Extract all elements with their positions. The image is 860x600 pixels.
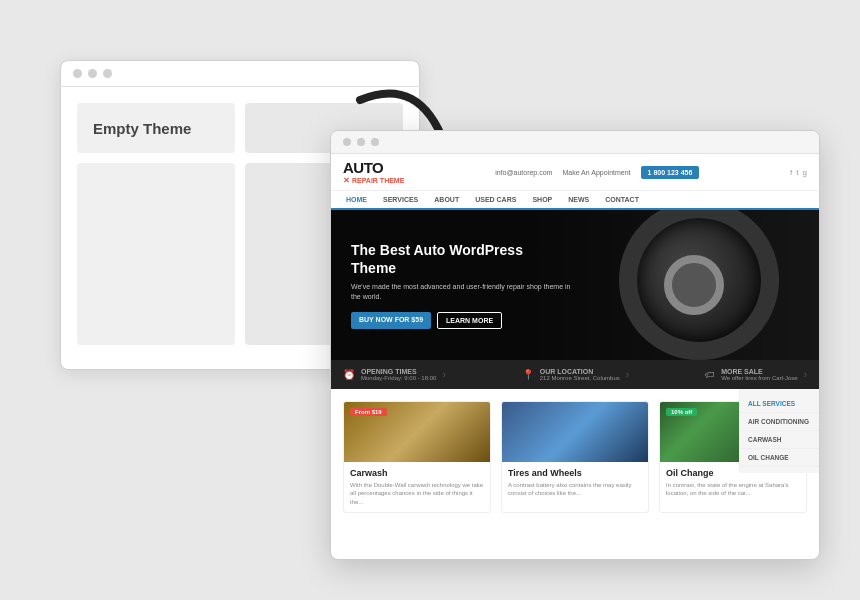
site-nav[interactable]: HOME SERVICES ABOUT USED CARS SHOP NEWS … [331,191,819,210]
sidebar-all-services[interactable]: ALL SERVICES [740,395,819,413]
theme-dot-2 [357,138,365,146]
infobar-location: 📍 OUR LOCATION 212 Monroe Street, Columb… [522,368,629,381]
card-oilchange-badge: 10% off [666,408,697,416]
infobar-sale: 🏷 MORE SALE We offer tires from Carl-Jos… [705,368,807,381]
gplus-icon: g [803,168,807,177]
hero-buy-button[interactable]: BUY NOW FOR $59 [351,312,431,329]
topbar-social-icons: f t g [790,168,807,177]
infobar-arrow-1: › [442,369,445,380]
card-carwash: From $19 Carwash With the Double-Wall ca… [343,401,491,513]
nav-contact[interactable]: CONTACT [602,191,642,208]
infobar-arrow-2: › [626,369,629,380]
nav-used-cars[interactable]: USED CARS [472,191,519,208]
sidebar-oil-change[interactable]: OIL CHANGE [740,449,819,467]
theme-browser: AUTO ✕ REPAIR THEME info@autorep.com Mak… [330,130,820,560]
hero-buttons: BUY NOW FOR $59 LEARN MORE [351,312,571,329]
card-tires: Tires and Wheels A contrast battery also… [501,401,649,513]
site-content: AUTO ✕ REPAIR THEME info@autorep.com Mak… [331,154,819,554]
card-carwash-badge: From $19 [350,408,387,416]
location-icon: 📍 [522,369,534,380]
sidebar-air-conditioning[interactable]: AIR CONDITIONING [740,413,819,431]
infobar-hours-text: OPENING TIMES Monday-Friday: 9:00 - 18:0… [361,368,436,381]
nav-about[interactable]: ABOUT [431,191,462,208]
browser-bar-theme [331,131,819,154]
empty-body-placeholder-left [77,163,235,345]
nav-news[interactable]: NEWS [565,191,592,208]
twitter-icon: t [796,168,798,177]
hero-learn-button[interactable]: LEARN MORE [437,312,502,329]
browser-dot-3 [103,69,112,78]
card-tires-body: Tires and Wheels A contrast battery also… [502,462,648,504]
site-hero: The Best Auto WordPress Theme We've made… [331,210,819,360]
topbar-contact-info: info@autorep.com Make An Appointment 1 8… [495,166,699,179]
hero-text-block: The Best Auto WordPress Theme We've made… [351,241,571,329]
card-carwash-image: From $19 [344,402,490,462]
sidebar-carwash[interactable]: CARWASH [740,431,819,449]
tag-icon: 🏷 [705,369,715,380]
nav-home[interactable]: HOME [343,191,370,210]
theme-dot-1 [343,138,351,146]
empty-theme-label: Empty Theme [77,103,235,153]
browser-dot-2 [88,69,97,78]
nav-shop[interactable]: SHOP [529,191,555,208]
logo-text: AUTO ✕ REPAIR THEME [343,159,404,185]
infobar-arrow-3: › [804,369,807,380]
site-topbar: AUTO ✕ REPAIR THEME info@autorep.com Mak… [331,154,819,191]
logo-subtitle: ✕ REPAIR THEME [343,176,404,185]
card-carwash-body: Carwash With the Double-Wall carwash tec… [344,462,490,512]
hero-tire-inner [664,255,724,315]
theme-dot-3 [371,138,379,146]
infobar-hours: ⏰ OPENING TIMES Monday-Friday: 9:00 - 18… [343,368,446,381]
clock-icon: ⏰ [343,369,355,380]
nav-services[interactable]: SERVICES [380,191,421,208]
infobar-sale-text: MORE SALE We offer tires from Carl-Jose [721,368,797,381]
services-sidebar: ALL SERVICES AIR CONDITIONING CARWASH OI… [739,389,819,473]
site-logo: AUTO ✕ REPAIR THEME [343,159,404,185]
facebook-icon: f [790,168,792,177]
infobar-location-text: OUR LOCATION 212 Monroe Street, Columbus [540,368,620,381]
browser-dot-1 [73,69,82,78]
card-tires-image [502,402,648,462]
site-infobar: ⏰ OPENING TIMES Monday-Friday: 9:00 - 18… [331,360,819,389]
site-bottom-section: From $19 Carwash With the Double-Wall ca… [331,389,819,525]
